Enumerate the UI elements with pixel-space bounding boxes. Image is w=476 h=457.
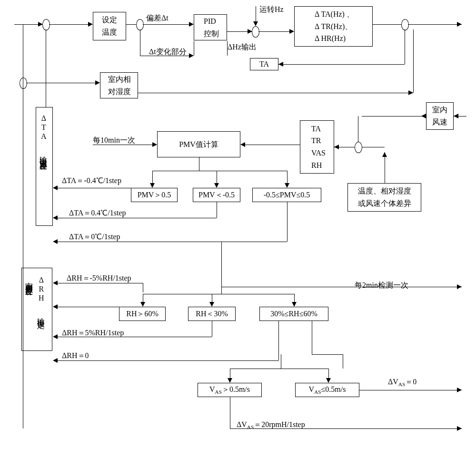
node-after-pid bbox=[252, 26, 259, 38]
box-rh-low: RH＜30% bbox=[188, 307, 236, 321]
box-pid: PID 控制 bbox=[194, 14, 227, 40]
box-pmv-calc: PMV值计算 bbox=[157, 131, 240, 157]
label-rh-corr2: 室内相对湿度补正 bbox=[24, 276, 34, 283]
box-rh-high: RH＞60% bbox=[119, 307, 166, 321]
box-pmv-low: PMV＜-0.5 bbox=[193, 188, 240, 202]
box-hz: Δ TA(Hz) 、 Δ TR(Hz)、 Δ HR(Hz) bbox=[294, 6, 373, 47]
vas-high-text: VAS＞0.5m/s bbox=[209, 383, 250, 397]
box-indoor-wind: 室内 风速 bbox=[426, 102, 454, 130]
label-drh-zero: ΔRH＝0 bbox=[62, 351, 89, 361]
diagram-canvas: 设定 温度 PID 控制 Δ TA(Hz) 、 Δ TR(Hz)、 Δ HR(H… bbox=[0, 0, 476, 457]
label-dvas-zero: ΔVAS＝0 bbox=[388, 377, 416, 387]
box-indoor-rh: 室内相 对湿度 bbox=[100, 72, 138, 98]
node-indoor-rh bbox=[20, 78, 27, 89]
label-dta-neg: ΔTA＝-0.4℃/1step bbox=[62, 176, 121, 186]
label-every2: 每2min检测一次 bbox=[355, 281, 408, 291]
box-pmv-high: PMV＞0.5 bbox=[131, 188, 178, 202]
label-every10: 每10min一次 bbox=[93, 136, 135, 146]
label-dta-zero: ΔTA＝0℃/1step bbox=[69, 232, 120, 242]
label-dhz-out: ΔHz输出 bbox=[228, 42, 257, 52]
node-after-settemp bbox=[136, 19, 144, 30]
label-run-hz: 运转Hz bbox=[259, 5, 284, 15]
node-top-left bbox=[42, 19, 50, 30]
box-diff-note: 温度、相对湿度 或风速个体差异 bbox=[347, 183, 421, 212]
box-ta: TA bbox=[250, 58, 278, 70]
box-vars: TA TR VAS RH bbox=[300, 120, 334, 174]
vas-low-text: VAS≤0.5m/s bbox=[309, 383, 346, 397]
label-ta-corr: ΔTA 输出设定温度补正 bbox=[38, 114, 49, 158]
node-wind-in bbox=[355, 142, 362, 153]
label-rh-corr1: ΔRH 输出设定 bbox=[36, 276, 46, 316]
label-drh-neg: ΔRH＝-5%RH/1step bbox=[67, 273, 131, 283]
box-pmv-mid: -0.5≤PMV≤0.5 bbox=[252, 188, 321, 202]
box-vas-low: VAS≤0.5m/s bbox=[295, 383, 359, 397]
box-rh-mid: 30%≤RH≤60% bbox=[259, 307, 328, 321]
box-set-temp: 设定 温度 bbox=[93, 12, 126, 40]
node-top-right bbox=[401, 19, 409, 30]
label-dta-pos: ΔTA＝0.4℃/1step bbox=[69, 208, 126, 218]
box-vas-high: VAS＞0.5m/s bbox=[198, 383, 262, 397]
label-dev-dt: 偏差Δt bbox=[146, 13, 169, 23]
